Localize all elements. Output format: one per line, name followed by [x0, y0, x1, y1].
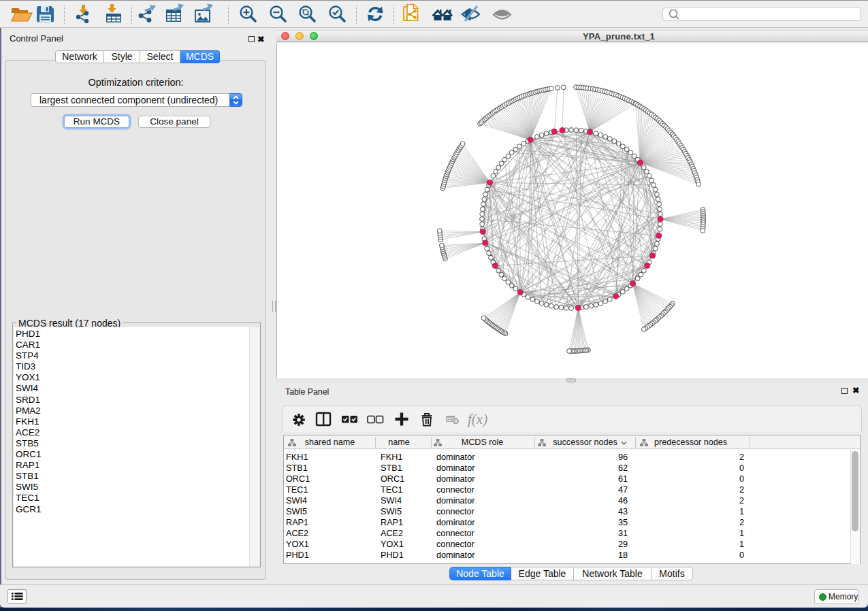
svg-text:f(x): f(x)	[468, 411, 487, 427]
